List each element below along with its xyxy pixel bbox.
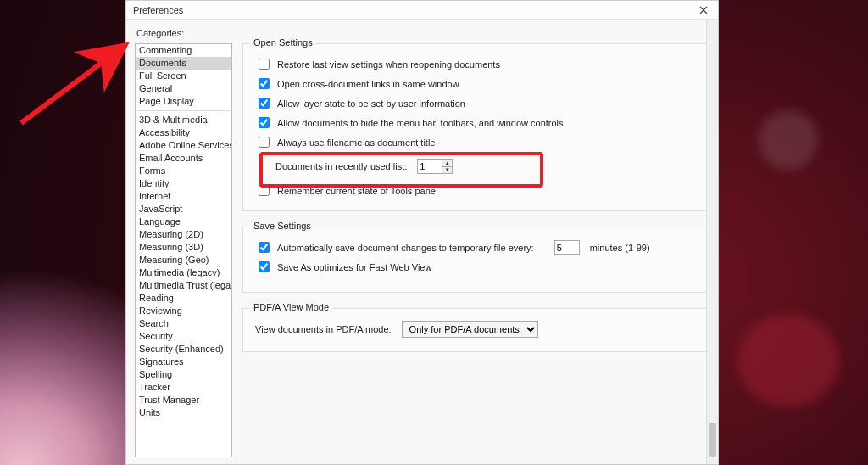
sidebar-item-tracker[interactable]: Tracker <box>136 381 231 394</box>
recent-documents-input[interactable] <box>418 160 442 173</box>
sidebar-item-security-enhanced-[interactable]: Security (Enhanced) <box>136 343 231 356</box>
sidebar-item-internet[interactable]: Internet <box>136 190 231 203</box>
preferences-dialog: Preferences Categories: CommentingDocume… <box>125 0 719 465</box>
sidebar-item-language[interactable]: Language <box>136 216 231 228</box>
cross-doc-checkbox[interactable] <box>259 78 270 89</box>
sidebar-item-accessibility[interactable]: Accessibility <box>136 126 231 139</box>
sidebar-item-email-accounts[interactable]: Email Accounts <box>136 152 231 165</box>
hide-menu-label: Allow documents to hide the menu bar, to… <box>277 118 564 128</box>
save-settings-group: Save Settings Automatically save documen… <box>242 227 711 293</box>
sidebar-item-adobe-online-services[interactable]: Adobe Online Services <box>136 139 231 152</box>
restore-last-checkbox[interactable] <box>259 59 270 70</box>
sidebar-item-spelling[interactable]: Spelling <box>136 368 231 381</box>
layer-state-label: Allow layer state to be set by user info… <box>277 98 465 109</box>
sidebar-item-commenting[interactable]: Commenting <box>136 44 231 57</box>
sidebar-item-forms[interactable]: Forms <box>136 165 231 177</box>
recent-documents-stepper[interactable]: ▲ ▼ <box>417 159 453 174</box>
sidebar-item-measuring-3d-[interactable]: Measuring (3D) <box>136 241 231 254</box>
sidebar-item-general[interactable]: General <box>136 82 231 95</box>
scrollbar-thumb[interactable] <box>709 423 716 457</box>
autosave-label: Automatically save document changes to t… <box>277 243 534 253</box>
sidebar-item-multimedia-trust-legacy-[interactable]: Multimedia Trust (legacy) <box>136 279 231 292</box>
sidebar-item-reading[interactable]: Reading <box>136 292 231 305</box>
sidebar-item-search[interactable]: Search <box>136 317 231 330</box>
save-settings-legend: Save Settings <box>250 221 314 231</box>
sidebar-item-identity[interactable]: Identity <box>136 177 231 190</box>
sidebar-item-3d-multimedia[interactable]: 3D & Multimedia <box>136 114 231 126</box>
sidebar-item-full-screen[interactable]: Full Screen <box>136 70 231 82</box>
autosave-minutes-input[interactable] <box>554 240 580 255</box>
sidebar-item-javascript[interactable]: JavaScript <box>136 203 231 216</box>
sidebar-item-signatures[interactable]: Signatures <box>136 356 231 368</box>
sidebar-item-measuring-geo-[interactable]: Measuring (Geo) <box>136 254 231 266</box>
autosave-checkbox[interactable] <box>259 242 270 253</box>
recent-documents-label: Documents in recently used list: <box>275 161 407 171</box>
sidebar-item-page-display[interactable]: Page Display <box>136 95 231 108</box>
dialog-title: Preferences <box>133 5 183 15</box>
sidebar-item-documents[interactable]: Documents <box>136 57 231 70</box>
categories-label: Categories: <box>126 20 718 43</box>
fastweb-checkbox[interactable] <box>259 261 270 272</box>
open-settings-group: Open Settings Restore last view settings… <box>242 43 711 211</box>
close-button[interactable] <box>693 3 715 18</box>
restore-last-label: Restore last view settings when reopenin… <box>277 59 500 70</box>
cross-doc-label: Open cross-document links in same window <box>277 79 459 89</box>
filename-title-label: Always use filename as document title <box>277 137 435 148</box>
pdfa-legend: PDF/A View Mode <box>250 302 332 312</box>
pdfa-mode-select[interactable]: Only for PDF/A documents <box>402 321 538 338</box>
step-up-icon[interactable]: ▲ <box>442 160 452 167</box>
sidebar-item-multimedia-legacy-[interactable]: Multimedia (legacy) <box>136 266 231 279</box>
remember-tools-checkbox[interactable] <box>259 185 270 196</box>
categories-list[interactable]: CommentingDocumentsFull ScreenGeneralPag… <box>135 43 232 457</box>
sidebar-item-measuring-2d-[interactable]: Measuring (2D) <box>136 228 231 241</box>
pdfa-group: PDF/A View Mode View documents in PDF/A … <box>242 308 711 352</box>
step-down-icon[interactable]: ▼ <box>442 167 452 174</box>
titlebar: Preferences <box>126 1 718 20</box>
sidebar-item-trust-manager[interactable]: Trust Manager <box>136 394 231 406</box>
remember-tools-label: Remember current state of Tools pane <box>277 186 436 196</box>
pdfa-label: View documents in PDF/A mode: <box>255 324 392 334</box>
autosave-suffix: minutes (1-99) <box>590 243 650 253</box>
sidebar-item-reviewing[interactable]: Reviewing <box>136 305 231 317</box>
dialog-scrollbar[interactable] <box>706 20 718 464</box>
close-icon <box>699 6 708 14</box>
open-settings-legend: Open Settings <box>250 37 316 48</box>
sidebar-item-security[interactable]: Security <box>136 330 231 343</box>
layer-state-checkbox[interactable] <box>259 98 270 109</box>
fastweb-label: Save As optimizes for Fast Web View <box>277 262 431 272</box>
hide-menu-checkbox[interactable] <box>259 117 270 128</box>
sidebar-item-units[interactable]: Units <box>136 406 231 419</box>
filename-title-checkbox[interactable] <box>259 137 270 148</box>
